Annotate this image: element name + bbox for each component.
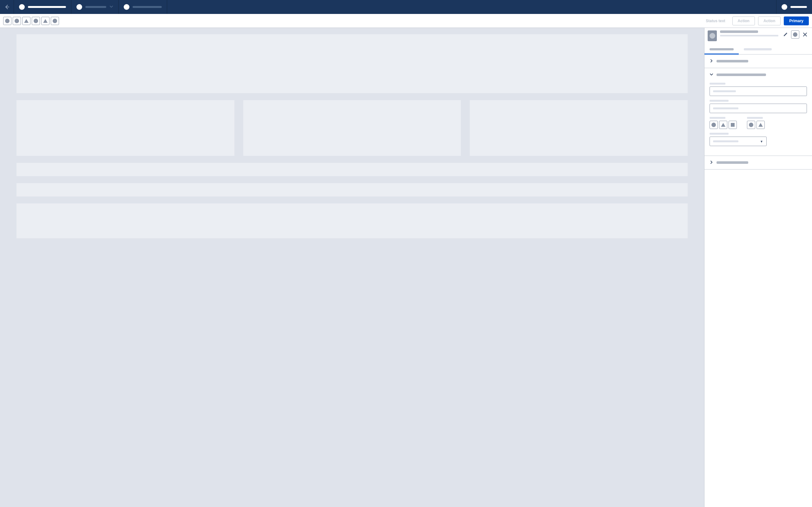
chevron-right-icon	[710, 160, 713, 165]
field-1: Label Value placeholder	[710, 83, 807, 96]
section-label	[716, 73, 766, 76]
panel-section-1: Section One	[705, 55, 812, 68]
section-label	[716, 60, 748, 62]
caret-down-icon: ▼	[760, 140, 763, 143]
breadcrumb-label	[85, 6, 106, 8]
toolbar-primary-button[interactable]: Primary	[784, 16, 809, 25]
field-label	[710, 117, 725, 119]
breadcrumb-label	[28, 6, 66, 8]
group1-triangle[interactable]	[719, 121, 727, 129]
tool-circle-2[interactable]	[13, 17, 21, 25]
breadcrumb-icon	[77, 4, 82, 10]
shape-group-2: Group	[747, 117, 765, 129]
chevron-right-icon	[710, 58, 713, 64]
panel-section-1-toggle[interactable]: Section One	[705, 55, 812, 68]
group1-square[interactable]	[728, 121, 737, 129]
field-label	[710, 133, 728, 135]
breadcrumb-icon	[19, 4, 25, 10]
breadcrumb-item-1[interactable]: Breadcrumb Item 1	[14, 0, 71, 14]
canvas-row-2[interactable]	[16, 183, 688, 196]
toolbar-secondary-button-1[interactable]: Action	[732, 16, 755, 25]
pencil-icon	[783, 32, 788, 37]
chevron-down-icon	[109, 4, 113, 10]
field-2: Label Value placeholder	[710, 100, 807, 113]
chevron-down-icon	[710, 72, 713, 78]
canvas-card-2[interactable]	[243, 100, 461, 156]
toolbar: Status text Action Action Primary	[0, 14, 812, 28]
field-select: Label ▼ Option placeholder	[710, 133, 807, 146]
breadcrumb-item-3[interactable]: Breadcrumb Item 3	[119, 0, 167, 14]
breadcrumb-icon	[124, 4, 130, 10]
canvas-row-3[interactable]	[16, 204, 688, 238]
section-label	[716, 161, 748, 164]
breadcrumb-item-2[interactable]: Breadcrumb Item 2	[71, 0, 119, 14]
tool-triangle-1[interactable]	[22, 17, 31, 25]
panel-title	[720, 31, 758, 33]
back-button[interactable]	[0, 0, 14, 14]
panel-section-2: Section Two Label Value placeholder Labe…	[705, 68, 812, 156]
panel-section-2-toggle[interactable]: Section Two	[705, 68, 812, 81]
field-2-input[interactable]: Value placeholder	[710, 104, 807, 113]
tool-circle-3[interactable]	[32, 17, 40, 25]
group1-circle[interactable]	[710, 121, 718, 129]
user-avatar-icon	[781, 4, 787, 10]
user-menu[interactable]: User Menu	[776, 0, 812, 14]
canvas	[0, 28, 704, 507]
group2-circle[interactable]	[747, 121, 755, 129]
breadcrumb-label	[133, 6, 162, 8]
main-area: Panel Title Secondary descriptive line p…	[0, 28, 812, 507]
panel-section-3-toggle[interactable]: Section Three	[705, 156, 812, 169]
panel-tabs: Tab One Tab Two	[705, 45, 812, 55]
toolbar-status: Status text	[706, 19, 725, 23]
canvas-hero-block[interactable]	[16, 34, 688, 93]
inspector-panel: Panel Title Secondary descriptive line p…	[704, 28, 812, 507]
group2-triangle[interactable]	[757, 121, 765, 129]
panel-header: Panel Title Secondary descriptive line p…	[705, 28, 812, 43]
field-select-input[interactable]: ▼ Option placeholder	[710, 136, 767, 146]
panel-shape-button[interactable]	[791, 31, 799, 39]
arrow-left-icon	[4, 4, 9, 9]
toolbar-secondary-button-2[interactable]: Action	[758, 16, 780, 25]
panel-subtitle	[720, 35, 778, 37]
field-1-input[interactable]: Value placeholder	[710, 87, 807, 96]
close-icon	[803, 32, 807, 37]
tool-triangle-2[interactable]	[41, 17, 49, 25]
user-label	[791, 6, 807, 8]
canvas-row-1[interactable]	[16, 163, 688, 176]
close-panel-button[interactable]	[801, 31, 809, 38]
field-label	[710, 83, 725, 84]
panel-tab-1[interactable]: Tab One	[705, 45, 739, 55]
panel-section-3: Section Three	[705, 156, 812, 170]
panel-thumbnail	[708, 31, 717, 41]
panel-tab-2[interactable]: Tab Two	[739, 45, 777, 54]
tool-circle-4[interactable]	[51, 17, 59, 25]
tool-circle-1[interactable]	[3, 17, 11, 25]
field-label	[710, 100, 728, 102]
canvas-card-3[interactable]	[470, 100, 688, 156]
canvas-card-1[interactable]	[16, 100, 235, 156]
top-nav: Breadcrumb Item 1 Breadcrumb Item 2 Brea…	[0, 0, 812, 14]
shape-group-1: Group	[710, 117, 737, 129]
field-label	[747, 117, 763, 119]
edit-button[interactable]	[781, 31, 789, 38]
